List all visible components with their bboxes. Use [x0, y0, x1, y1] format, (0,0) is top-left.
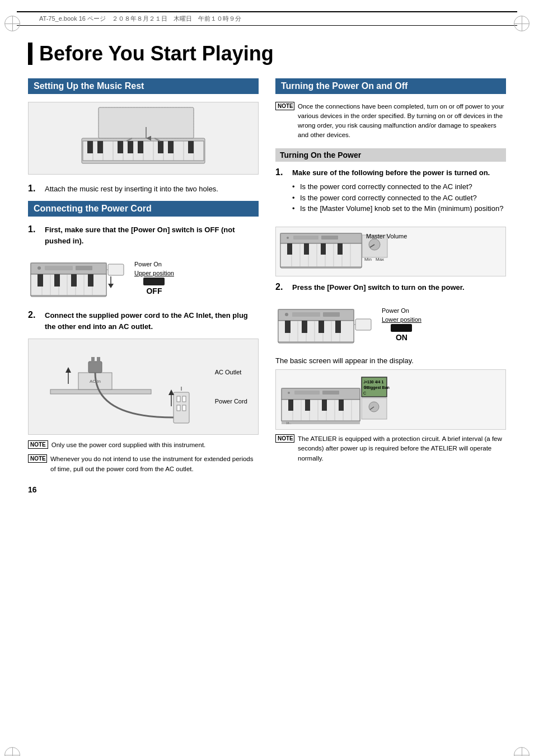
turn-on-step2-strong: Press the [Power On] switch to turn on t… [292, 283, 465, 292]
ac-outlet-diagram: AC In [28, 339, 259, 435]
lcd-svg: ♩=130 4/4 1 ⑤Biggest Band C 16... [280, 374, 390, 425]
turn-on-step2-text: Press the [Power On] switch to turn on t… [292, 282, 465, 293]
note2-text: Whenever you do not intend to use the in… [50, 454, 259, 474]
power-cord-step2-text: Connect the supplied power cord to the A… [45, 310, 259, 332]
svg-rect-29 [45, 266, 73, 270]
svg-point-65 [287, 237, 289, 239]
svg-rect-55 [182, 396, 186, 402]
music-rest-step1-text: Attach the music rest by inserting it in… [45, 184, 218, 195]
two-col-layout: Setting Up the Music Rest [28, 78, 506, 494]
svg-text:Max: Max [376, 257, 384, 262]
note3-label: NOTE [275, 434, 294, 443]
power-cord-label: Power Cord [215, 398, 247, 405]
svg-rect-14 [97, 141, 103, 153]
music-rest-step1: 1. Attach the music rest by inserting it… [28, 184, 259, 195]
svg-rect-20 [188, 141, 194, 153]
svg-text:Min: Min [364, 257, 372, 262]
svg-rect-57 [182, 405, 186, 411]
note-power-text: Once the connections have been completed… [298, 102, 506, 140]
music-rest-svg [76, 105, 210, 172]
power-on-label: Power On [134, 261, 174, 267]
section-music-rest-header: Setting Up the Music Rest [28, 78, 259, 94]
page-number: 16 [28, 485, 259, 494]
turn-on-step1-text: Make sure of the following before the po… [292, 168, 490, 177]
svg-text:♩=130  4/4 1: ♩=130 4/4 1 [363, 380, 383, 384]
svg-text:⑤Biggest Band: ⑤Biggest Band [363, 386, 390, 390]
page: AT-75_e.book 16 ページ ２０８年８月２１日 木曜日 午前１０時９… [0, 11, 534, 756]
svg-rect-90 [323, 312, 340, 317]
svg-rect-106 [282, 388, 360, 400]
svg-rect-121 [322, 400, 327, 411]
power-cord-step2-strong: Connect the supplied power cord to the A… [45, 311, 248, 331]
power-cord-step1-text: First, make sure that the [Power On] swi… [45, 224, 259, 246]
svg-point-107 [288, 392, 290, 394]
svg-rect-80 [338, 243, 343, 255]
top-bar: AT-75_e.book 16 ページ ２０８年８月２１日 木曜日 午前１０時９… [17, 11, 517, 26]
svg-rect-77 [287, 243, 292, 255]
svg-marker-46 [108, 284, 114, 288]
svg-rect-120 [305, 400, 310, 411]
ac-labels: AC Outlet Power Cord [215, 369, 247, 405]
turn-on-step1: 1. Make sure of the following before the… [275, 167, 506, 220]
svg-rect-103 [355, 319, 371, 330]
svg-rect-119 [288, 400, 293, 411]
checklist-item-3: Is the [Master Volume] knob set to the M… [292, 203, 503, 214]
reg-mark-tl [4, 16, 20, 31]
svg-rect-15 [118, 141, 123, 153]
svg-text:16...: 16... [286, 421, 292, 425]
svg-rect-30 [76, 266, 92, 270]
svg-rect-122 [339, 400, 344, 411]
note-box-power: NOTE Once the connections have been comp… [275, 102, 506, 140]
checklist-item-1: Is the power cord correctly connected to… [292, 181, 503, 192]
svg-point-88 [285, 313, 288, 316]
svg-rect-100 [302, 321, 307, 333]
power-switch-upper-diagram: Power On Upper position OFF [28, 253, 259, 303]
power-switch-lower-diagram: Power On Lower position ON [275, 299, 506, 350]
master-volume-label: Master Volume [366, 233, 407, 240]
svg-rect-99 [285, 321, 291, 333]
turn-on-step1-content: Make sure of the following before the po… [292, 167, 503, 220]
power-cord-step2: 2. Connect the supplied power cord to th… [28, 310, 259, 332]
svg-rect-43 [108, 264, 124, 275]
checklist-item-2: Is the power cord correctly connected to… [292, 192, 503, 204]
svg-rect-52 [97, 357, 100, 364]
lower-position-label: Lower position [382, 316, 421, 323]
svg-rect-54 [177, 396, 180, 402]
reg-mark-bl [4, 747, 20, 756]
svg-rect-64 [280, 233, 362, 243]
upper-position-label: Upper position [134, 270, 174, 276]
svg-rect-40 [54, 274, 60, 287]
lower-position-block: Lower position ON [382, 316, 421, 342]
top-bar-text: AT-75_e.book 16 ページ ２０８年８月２１日 木曜日 午前１０時９… [39, 15, 241, 23]
right-column: Turning the Power On and Off NOTE Once t… [275, 78, 506, 494]
svg-point-28 [38, 266, 41, 270]
note-power-label: NOTE [275, 102, 294, 110]
power-step-num-2: 2. [28, 310, 40, 320]
svg-marker-59 [65, 367, 71, 373]
note3-text: The ATELIER is equipped with a protectio… [298, 434, 506, 463]
power-cord-step1: 1. First, make sure that the [Power On] … [28, 224, 259, 246]
on-label: ON [396, 333, 407, 342]
svg-rect-66 [293, 236, 318, 240]
svg-rect-79 [321, 243, 326, 255]
power-switch-upper-svg [28, 253, 129, 303]
svg-rect-16 [128, 141, 133, 153]
note2-label: NOTE [28, 454, 47, 463]
lcd-diagram: ♩=130 4/4 1 ⑤Biggest Band C 16... [275, 369, 506, 430]
turn-on-step1-strong: Make sure of the following before the po… [292, 168, 490, 177]
svg-rect-67 [321, 236, 338, 240]
svg-rect-18 [158, 141, 163, 153]
subsection-turning-on: Turning On the Power [275, 148, 506, 162]
left-column: Setting Up the Music Rest [28, 78, 259, 494]
svg-rect-109 [322, 391, 339, 395]
svg-rect-41 [71, 274, 77, 287]
svg-text:C: C [363, 391, 366, 395]
svg-rect-101 [318, 321, 324, 333]
checklist: Is the power cord correctly connected to… [292, 181, 503, 214]
master-volume-diagram: Min Max Master Volume [275, 227, 506, 276]
svg-rect-17 [138, 141, 143, 153]
switch-off-block [143, 278, 165, 285]
power-step-num-1: 1. [28, 224, 40, 234]
switch-on-block [391, 324, 412, 332]
turn-on-step-num-2: 2. [275, 282, 288, 292]
